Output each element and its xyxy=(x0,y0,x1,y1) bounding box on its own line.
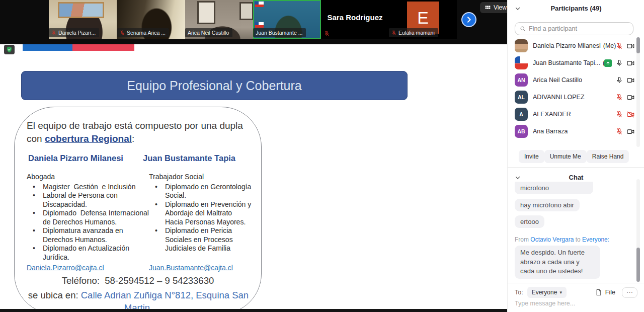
next-videos-button[interactable] xyxy=(461,12,476,27)
more-options-button[interactable]: ⋯ xyxy=(622,287,637,298)
chat-bubble: ertooo xyxy=(515,215,544,228)
video-tile-daniela[interactable]: Daniela Pizarr... xyxy=(49,0,117,39)
slide-title-banner: Equipo Profesional y Cobertura xyxy=(21,71,408,100)
unmute-me-button[interactable]: Unmute Me xyxy=(544,150,587,163)
panel-divider xyxy=(508,167,644,168)
chat-message-meta: From Octavio Vergara to Everyone: xyxy=(515,236,609,243)
bullet-item: Laboral de Persona con Discapacidad. xyxy=(43,191,150,209)
camera-on-icon xyxy=(627,128,634,135)
meeting-sidebar: Participants (49) Daniela Pizarro Milane… xyxy=(507,0,644,312)
tile-name: Daniela Pizarr... xyxy=(58,30,96,36)
left-person-name: Daniela Pizarro Milanesi xyxy=(28,153,123,163)
invite-button[interactable]: Invite xyxy=(519,150,544,163)
participant-row[interactable]: Daniela Pizarro Milanesi(Me) xyxy=(508,37,637,54)
mic-muted-icon xyxy=(616,94,623,101)
camera-off-icon xyxy=(627,111,634,118)
tile-name: Eulalia mamani xyxy=(398,30,435,36)
bullet-item: Diplomado en Actualización Jurídica. xyxy=(43,244,150,262)
chat-controls: To: Everyone ▾ File ⋯ xyxy=(515,287,637,298)
chile-flag-logo xyxy=(255,2,264,7)
participants-header: Participants (49) xyxy=(508,3,644,14)
muted-mic-icon xyxy=(324,31,330,36)
participant-name: Ana Barraza xyxy=(533,128,568,135)
video-tile-eulalia[interactable]: E Eulalia mamani xyxy=(389,0,457,39)
to-label: To: xyxy=(515,289,523,296)
chat-sender: Octavio Vergara xyxy=(530,236,574,243)
participant-row[interactable]: AB Ana Barraza xyxy=(508,123,637,140)
panel-divider xyxy=(508,283,644,283)
participant-tag: (Me) xyxy=(603,42,616,49)
search-input[interactable] xyxy=(529,25,628,32)
camera-on-icon xyxy=(627,94,634,101)
mic-muted-icon xyxy=(616,42,623,49)
right-person-name: Juan Bustamante Tapia xyxy=(143,153,235,163)
slide-decoration-blue-bar xyxy=(23,44,72,51)
participant-name: ALEXANDER xyxy=(533,111,571,118)
bullet-item: Diplomado en Pericia Sociales en Proceso… xyxy=(165,226,253,253)
avatar xyxy=(515,56,528,69)
shield-check-icon xyxy=(6,46,13,53)
collapse-participants-chevron-icon[interactable] xyxy=(515,6,521,12)
video-tile-arica-neil[interactable]: Arica Neil Castillo xyxy=(185,0,253,39)
tile-name-label: Daniela Pizarr... xyxy=(49,28,99,37)
view-button[interactable]: View xyxy=(480,2,511,13)
scrollbar-thumb[interactable] xyxy=(636,37,640,53)
video-tile-senama[interactable]: Senama Arica ... xyxy=(117,0,185,39)
collapse-chat-chevron-icon[interactable] xyxy=(515,175,521,181)
tile-name: Sara Rodriguez xyxy=(321,13,389,22)
participants-scrollbar[interactable] xyxy=(636,37,640,147)
video-tile-sara[interactable]: Sara Rodriguez xyxy=(321,0,389,39)
screen-sharing-badge xyxy=(604,59,612,67)
tile-name-label: Eulalia mamani xyxy=(389,28,438,37)
camera-on-icon xyxy=(627,59,634,67)
recipient-dropdown[interactable]: Everyone ▾ xyxy=(527,287,567,298)
mic-on-icon xyxy=(616,59,623,66)
avatar xyxy=(515,39,528,52)
left-person-details: Abogada •Magister Gestión e Inclusión •L… xyxy=(27,173,150,262)
encryption-shield-badge xyxy=(4,45,15,54)
muted-mic-icon xyxy=(120,30,125,35)
mic-muted-icon xyxy=(616,111,623,118)
participant-row[interactable]: Juan Bustamante Tapi...(Host) xyxy=(508,54,637,71)
recipient-selected: Everyone xyxy=(532,289,557,296)
tile-name-label: Arica Neil Castillo xyxy=(185,28,232,37)
participant-name: Juan Bustamante Tapi... xyxy=(533,59,600,66)
participant-row[interactable]: A ALEXANDER xyxy=(508,106,637,123)
shared-screen-bottom-bar xyxy=(0,309,507,312)
avatar: AN xyxy=(515,73,528,87)
avatar: A xyxy=(515,108,528,121)
raise-hand-button[interactable]: Raise Hand xyxy=(587,150,629,163)
chat-bubble: hay micrófono abir xyxy=(515,199,580,211)
left-person-role: Abogada xyxy=(27,173,150,182)
chat-message-input[interactable] xyxy=(515,300,630,307)
mic-on-icon xyxy=(616,76,623,84)
location-line: se ubica en: Calle Adrian Zuñiga N°812, … xyxy=(28,289,249,309)
mic-muted-icon xyxy=(616,128,623,135)
bullet-item: Diplomado en Prevención y Abordaje del M… xyxy=(165,200,253,227)
participant-name: Arica Neil Castillo xyxy=(533,76,582,84)
muted-mic-icon xyxy=(51,30,56,35)
avatar: AB xyxy=(515,125,528,138)
participant-row[interactable]: AL ADIVANNI LOPEZ xyxy=(508,89,637,106)
chat-messages: microfono hay micrófono abir ertooo xyxy=(515,182,593,228)
muted-mic-icon xyxy=(391,30,396,35)
arrow-up-icon xyxy=(606,61,610,65)
chat-bubble: microfono xyxy=(515,182,593,194)
grid-view-icon xyxy=(485,5,491,11)
participant-row[interactable]: AN Arica Neil Castillo xyxy=(508,71,637,89)
participant-name: ADIVANNI LOPEZ xyxy=(533,94,585,101)
scrollbar-thumb[interactable] xyxy=(636,248,640,282)
participant-name: Daniela Pizarro Milanesi xyxy=(533,42,601,49)
tile-name-label: Juan Bustamante ... xyxy=(253,28,306,37)
bullet-item: Diplomado en Gerontología Social. xyxy=(165,183,253,200)
participant-search[interactable] xyxy=(515,22,633,35)
file-button[interactable]: File xyxy=(595,289,615,296)
bullet-item: Diplomatura avanzada en Derechos Humanos… xyxy=(43,226,150,244)
search-icon xyxy=(520,26,526,32)
video-tile-juan-active-speaker[interactable]: Juan Bustamante ... xyxy=(253,0,321,39)
slide-decoration-red-bar xyxy=(72,44,134,51)
chat-scrollbar[interactable] xyxy=(636,179,640,282)
chat-recipient: Everyone: xyxy=(582,236,609,243)
slide-intro-text: El equipo de trabajo está compuesto por … xyxy=(27,119,254,145)
tile-name: Juan Bustamante ... xyxy=(256,30,302,36)
